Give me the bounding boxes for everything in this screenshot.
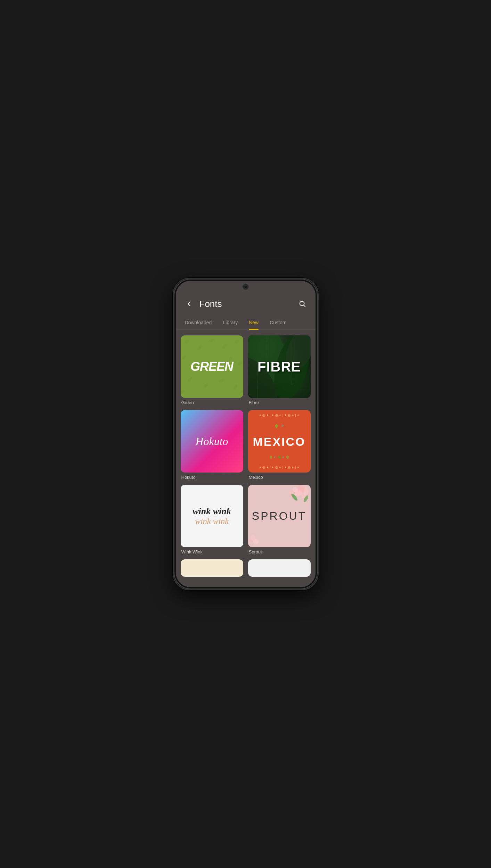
vol-down-button[interactable] bbox=[173, 353, 173, 367]
winkwink-preview-text2: wink wink bbox=[195, 517, 229, 526]
tab-new[interactable]: New bbox=[243, 316, 264, 329]
winkwink-inner: wink wink wink wink bbox=[193, 506, 231, 526]
font-grid: GReeN Green bbox=[181, 335, 311, 577]
winkwink-font-name: Wink Wink bbox=[181, 549, 243, 554]
font-card-winkwink[interactable]: wink wink wink wink Wink Wink bbox=[181, 485, 243, 554]
svg-point-41 bbox=[181, 389, 185, 394]
tab-library[interactable]: Library bbox=[217, 316, 243, 329]
font-card-partial1[interactable] bbox=[181, 559, 243, 577]
font-card-green[interactable]: GReeN Green bbox=[181, 335, 243, 405]
sprout-font-name: Sprout bbox=[248, 549, 311, 554]
font-thumbnail-sprout: SPROUT bbox=[248, 485, 311, 547]
sprout-preview-text: SPROUT bbox=[252, 510, 306, 523]
font-thumbnail-winkwink: wink wink wink wink bbox=[181, 485, 243, 547]
mexico-decor: ✦ ꙮ ✦ | ✦ ꙮ ✦ | ✦ ꙮ ✦ | ✦ 🌵 ⚘ MEXICO 🌵 ✦… bbox=[248, 410, 311, 473]
search-button[interactable] bbox=[296, 298, 309, 310]
font-thumbnail-green: GReeN bbox=[181, 335, 243, 398]
green-preview-text: GReeN bbox=[190, 359, 233, 374]
mexico-row-bottom: ✦ ꙮ ✦ | ✦ ꙮ ✦ | ✦ ꙮ ✦ | ✦ bbox=[259, 466, 300, 469]
font-grid-content: GReeN Green bbox=[176, 330, 316, 587]
font-card-hokuto[interactable]: Hokuto Hokuto bbox=[181, 410, 243, 480]
phone-frame: Fonts Downloaded Library New Custom bbox=[173, 278, 319, 590]
tab-downloaded[interactable]: Downloaded bbox=[179, 316, 218, 329]
screen: Fonts Downloaded Library New Custom bbox=[176, 281, 316, 587]
font-card-partial2[interactable] bbox=[248, 559, 311, 577]
back-button[interactable] bbox=[183, 298, 195, 310]
hokuto-preview-text: Hokuto bbox=[195, 435, 228, 448]
font-thumbnail-hokuto: Hokuto bbox=[181, 410, 243, 473]
svg-point-61 bbox=[253, 539, 259, 544]
fibre-font-name: Fibre bbox=[248, 400, 311, 405]
font-thumbnail-fibre: FIBRE bbox=[248, 335, 311, 398]
mexico-font-name: Mexico bbox=[248, 475, 311, 480]
svg-point-0 bbox=[300, 301, 304, 306]
tab-custom[interactable]: Custom bbox=[264, 316, 292, 329]
svg-point-42 bbox=[239, 389, 243, 394]
fibre-preview-text: FIBRE bbox=[257, 359, 301, 375]
svg-line-1 bbox=[304, 305, 305, 307]
back-icon bbox=[185, 300, 193, 308]
mexico-preview-text: MEXICO bbox=[253, 435, 305, 449]
camera-notch bbox=[243, 284, 249, 290]
font-thumbnail-partial2 bbox=[248, 559, 311, 577]
power-button[interactable] bbox=[318, 341, 319, 362]
vol-up-button[interactable] bbox=[173, 334, 173, 348]
font-card-sprout[interactable]: SPROUT Sprout bbox=[248, 485, 311, 554]
font-thumbnail-mexico: ✦ ꙮ ✦ | ✦ ꙮ ✦ | ✦ ꙮ ✦ | ✦ 🌵 ⚘ MEXICO 🌵 ✦… bbox=[248, 410, 311, 473]
mexico-row-top: ✦ ꙮ ✦ | ✦ ꙮ ✦ | ✦ ꙮ ✦ | ✦ bbox=[259, 414, 300, 417]
svg-point-60 bbox=[248, 539, 252, 543]
page-title: Fonts bbox=[199, 299, 296, 309]
hokuto-font-name: Hokuto bbox=[181, 475, 243, 480]
green-font-name: Green bbox=[181, 400, 243, 405]
svg-point-52 bbox=[292, 487, 297, 492]
mexico-cactus-row: 🌵 ⚘ bbox=[274, 424, 285, 428]
winkwink-preview-text1: wink wink bbox=[193, 506, 231, 517]
mexico-bottom-row: 🌵 ✦ 🌿 ✦ 🌵 bbox=[269, 456, 289, 459]
search-icon bbox=[298, 300, 306, 308]
font-thumbnail-partial1 bbox=[181, 559, 243, 577]
tabs-bar: Downloaded Library New Custom bbox=[176, 316, 316, 330]
font-card-fibre[interactable]: FIBRE Fibre bbox=[248, 335, 311, 405]
font-card-mexico[interactable]: ✦ ꙮ ✦ | ✦ ꙮ ✦ | ✦ ꙮ ✦ | ✦ 🌵 ⚘ MEXICO 🌵 ✦… bbox=[248, 410, 311, 480]
